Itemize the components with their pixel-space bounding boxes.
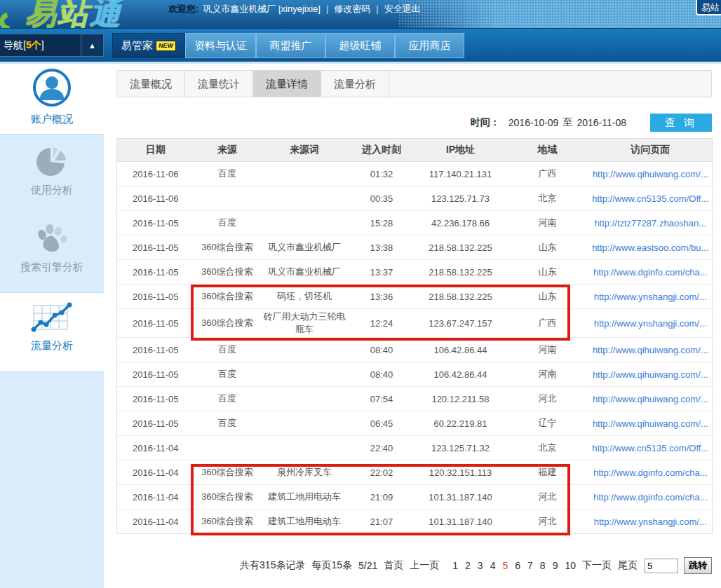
visit-page-link[interactable]: http://www.ynshangji.com/... [594, 318, 707, 329]
nav-tab-label: 易管家 [121, 39, 153, 51]
welcome-bar: 欢迎您:巩义市鑫业机械厂 [xinyejixie]|修改密码|安全退出 [168, 3, 421, 15]
first-page-button[interactable]: 首页 [384, 559, 403, 572]
page-number[interactable]: 5 [502, 560, 508, 571]
page-numbers: 12345678910 [445, 560, 576, 571]
sidebar-item-account-overview[interactable]: 账户概况 [0, 64, 104, 134]
app-logo: 易站通 [4, 0, 122, 28]
divider: | [326, 4, 328, 14]
prev-page-button[interactable]: 上一页 [410, 559, 439, 572]
nav-tabs: 易管家NEW资料与认证商盟推广超级旺铺应用商店 [112, 33, 464, 58]
traffic-table: 日期 来源 来源词 进入时刻 IP地址 地域 访问页面 2016-11-06百度… [116, 138, 712, 534]
nav-tab[interactable]: 应用商店 [395, 33, 464, 58]
visit-page-link[interactable]: http://www.cn5135.com/Off... [592, 443, 708, 453]
tab-traffic-analysis[interactable]: 流量分析 [321, 71, 389, 97]
chevron-up-icon[interactable]: ▲ [81, 34, 103, 56]
sidebar-item-search-engine-analysis[interactable]: 搜索引擎分析 [0, 213, 104, 282]
sidebar-item-label: 使用分析 [0, 184, 104, 197]
sidebar-item-label: 账户概况 [0, 113, 104, 126]
pagination-bar: 共有315条记录 每页15条 5/21 首页 上一页 12345678910 下… [116, 557, 712, 574]
column-header-source: 来源 [194, 139, 261, 162]
visit-page-link[interactable]: http://www.qihuiwang.com/... [593, 345, 708, 355]
page-number[interactable]: 6 [515, 560, 520, 571]
table-row: 2016-11-05百度08:40106.42.86.44河南http://ww… [117, 338, 713, 362]
table-row: 2016-11-06百度01:32117.140.21.131广西http://… [117, 162, 713, 186]
table-body: 2016-11-06百度01:32117.140.21.131广西http://… [117, 162, 713, 534]
records-summary: 共有315条记录 [240, 559, 305, 572]
last-page-button[interactable]: 尾页 [618, 559, 638, 572]
column-header-keyword: 来源词 [261, 139, 349, 162]
per-page-label: 每页15条 [311, 559, 352, 572]
visit-page-link[interactable]: http://www.dginfo.com/cha... [593, 267, 708, 278]
visit-page-link[interactable]: http://www.dginfo.com/cha... [593, 492, 708, 502]
corner-tab[interactable]: 易站 [696, 0, 721, 15]
page-number[interactable]: 4 [490, 560, 496, 571]
main-navbar: 导航[5个] ▲ 易管家NEW资料与认证商盟推广超级旺铺应用商店 [0, 28, 721, 62]
sidebar-item-label: 搜索引擎分析 [0, 261, 104, 274]
from-date-field[interactable]: 2016-10-09 [508, 117, 559, 128]
sidebar-item-usage-analysis[interactable]: 使用分析 [0, 135, 104, 213]
table-header-row: 日期 来源 来源词 进入时刻 IP地址 地域 访问页面 [117, 139, 713, 162]
logo-swoosh-icon [0, 9, 21, 28]
column-header-ip: IP地址 [415, 139, 506, 162]
nav-tab[interactable]: 超级旺铺 [325, 33, 395, 58]
visit-page-link[interactable]: http://www.dginfo.com/cha... [593, 467, 708, 478]
page-number[interactable]: 3 [478, 560, 483, 571]
visit-page-link[interactable]: http://www.cn5135.com/Off... [592, 193, 708, 204]
search-button[interactable]: 查 询 [650, 114, 712, 132]
content-tabs: 流量概况 流量统计 流量详情 流量分析 [116, 70, 712, 97]
welcome-prefix: 欢迎您: [168, 4, 198, 14]
visit-page-link[interactable]: http://www.qihuiwang.com/... [593, 369, 708, 380]
jump-button[interactable]: 跳转 [684, 557, 712, 574]
visit-page-link[interactable]: http://www.ynshangji.com/... [594, 292, 707, 302]
table-row: 2016-11-05百度06:4560.22.219.81辽宁http://ww… [117, 411, 713, 436]
page-number[interactable]: 9 [553, 560, 558, 571]
table-row: 2016-11-05百度07:54120.12.211.58河北http://w… [117, 387, 713, 411]
nav-tab[interactable]: 资料与认证 [185, 33, 256, 58]
logout-link[interactable]: 安全退出 [384, 4, 421, 14]
page-number[interactable]: 2 [465, 560, 471, 571]
nav-tab-label: 资料与认证 [194, 39, 247, 51]
column-header-region: 地域 [506, 139, 589, 162]
pie-chart-icon [36, 168, 68, 180]
tab-traffic-details[interactable]: 流量详情 [253, 71, 321, 97]
line-chart-icon [30, 324, 74, 336]
page-number[interactable]: 1 [452, 560, 458, 571]
to-date-field[interactable]: 2016-11-08 [577, 117, 626, 128]
sidebar-item-label: 流量分析 [0, 339, 104, 353]
next-page-button[interactable]: 下一页 [582, 559, 612, 572]
page-number[interactable]: 7 [527, 560, 533, 571]
nav-separator [0, 62, 721, 64]
table-row: 2016-11-0422:40123.125.71.32北京http://www… [117, 436, 713, 460]
nav-tab-label: 超级旺铺 [339, 39, 382, 51]
welcome-user: 巩义市鑫业机械厂 [xinyejixie] [203, 4, 321, 14]
nav-tab-label: 商盟推广 [270, 39, 312, 51]
nav-dropdown-label: 导航[5个] [0, 39, 44, 52]
nav-tab-label: 应用商店 [409, 39, 451, 51]
table-row: 2016-11-05360综合搜索砖厂用大动力三轮电瓶车12:24123.67.… [117, 309, 713, 338]
jump-page-input[interactable] [645, 559, 678, 573]
tab-traffic-overview[interactable]: 流量概况 [117, 71, 185, 97]
new-badge: NEW [156, 41, 176, 51]
tab-traffic-statistics[interactable]: 流量统计 [185, 71, 253, 97]
nav-tab[interactable]: 易管家NEW [112, 33, 185, 58]
visit-page-link[interactable]: http://www.qihuiwang.com/... [593, 394, 708, 404]
nav-dropdown[interactable]: 导航[5个] ▲ [0, 34, 104, 57]
nav-tab[interactable]: 商盟推广 [256, 33, 325, 58]
divider: | [376, 4, 378, 14]
visit-page-link[interactable]: http://tztz77287.zhaoshan... [594, 218, 706, 228]
paw-icon [34, 245, 69, 257]
header-texture [398, 0, 721, 28]
column-header-entry-time: 进入时刻 [349, 139, 415, 162]
visit-page-link[interactable]: http://www.eastsoo.com/bu... [592, 242, 708, 253]
sidebar-item-traffic-analysis[interactable]: 流量分析 [0, 293, 104, 371]
visit-page-link[interactable]: http://www.qihuiwang.com/... [593, 169, 708, 179]
table-row: 2016-11-05百度15:2842.236.178.66河南http://t… [117, 211, 713, 235]
to-label: 至 [562, 116, 572, 129]
visit-page-link[interactable]: http://www.ynshangji.com/... [594, 517, 707, 527]
table-row: 2016-11-0600:35123.125.71.73北京http://www… [117, 186, 713, 211]
visit-page-link[interactable]: http://www.qihuiwang.com/... [593, 418, 708, 429]
change-password-link[interactable]: 修改密码 [334, 4, 370, 14]
column-header-visited-page: 访问页面 [589, 139, 713, 162]
page-number[interactable]: 10 [565, 560, 576, 571]
page-number[interactable]: 8 [540, 560, 546, 571]
